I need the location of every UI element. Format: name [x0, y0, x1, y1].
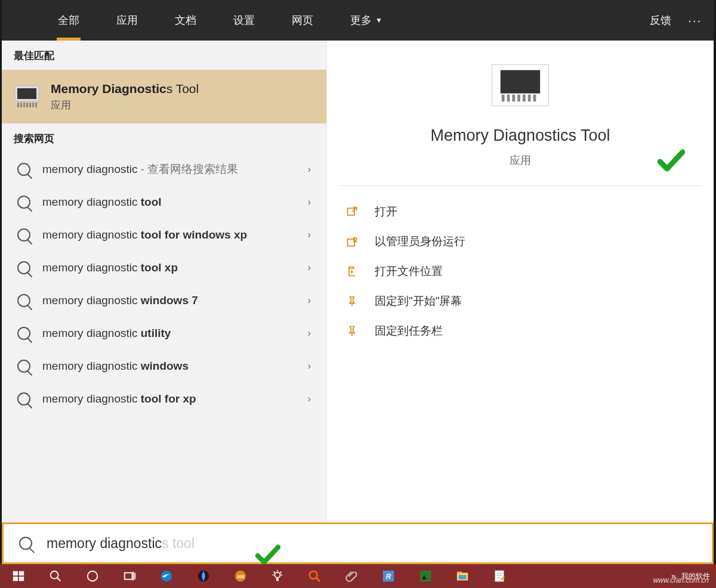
chevron-right-icon: ›	[308, 328, 311, 339]
svg-rect-24	[19, 571, 24, 575]
taskbar-tips-icon[interactable]	[259, 564, 296, 588]
chevron-right-icon: ›	[308, 230, 311, 240]
taskbar-magnifier-icon[interactable]	[296, 564, 333, 588]
pin-taskbar-icon	[345, 324, 359, 338]
preview-subtitle: 应用	[510, 153, 531, 168]
suggestion-row[interactable]: memory diagnostic windows 7›	[2, 284, 326, 317]
action-label: 固定到"开始"屏幕	[375, 293, 462, 309]
svg-rect-52	[495, 571, 504, 581]
search-icon	[17, 392, 30, 406]
suggestion-text: memory diagnostic tool for xp	[42, 391, 308, 407]
preview-title: Memory Diagnostics Tool	[430, 126, 610, 145]
svg-rect-4	[23, 103, 25, 107]
action-label: 以管理员身份运行	[375, 234, 465, 249]
tray-text[interactable]: 我的软件	[681, 571, 710, 581]
screen: 全部 应用 文档 设置 网页 更多 ▼ 反馈 ··· 最佳匹配	[0, 0, 716, 588]
suggestion-row[interactable]: memory diagnostic tool for windows xp›	[2, 218, 326, 251]
search-icon	[17, 163, 30, 176]
taskbar-edge-icon[interactable]	[148, 564, 185, 588]
suggestion-text: memory diagnostic windows 7	[42, 293, 308, 308]
svg-rect-9	[501, 70, 540, 94]
chevron-right-icon: ›	[308, 262, 311, 273]
search-input-bar[interactable]: memory diagnostics tool	[2, 522, 714, 564]
action-label: 固定到任务栏	[375, 323, 443, 339]
tab-settings[interactable]: 设置	[226, 0, 262, 41]
svg-rect-16	[533, 95, 536, 102]
search-icon	[17, 294, 30, 307]
suggestion-row[interactable]: memory diagnostic tool for xp›	[2, 382, 326, 415]
action-list: 打开以管理员身份运行打开文件位置固定到"开始"屏幕固定到任务栏	[327, 186, 714, 357]
svg-rect-23	[13, 571, 18, 575]
svg-rect-26	[19, 577, 24, 581]
action-pin-taskbar[interactable]: 固定到任务栏	[339, 316, 702, 346]
svg-rect-48	[420, 571, 431, 581]
suggestion-row[interactable]: memory diagnostic - 查看网络搜索结果›	[2, 153, 326, 185]
taskbar-image-icon[interactable]	[407, 564, 444, 588]
feedback-link[interactable]: 反馈	[650, 13, 671, 27]
action-label: 打开	[375, 204, 397, 219]
svg-rect-25	[13, 577, 18, 581]
search-icon	[17, 196, 30, 209]
suggestion-row[interactable]: memory diagnostic tool›	[2, 185, 326, 218]
taskbar-tray[interactable]: » 我的软件	[671, 571, 716, 581]
start-button[interactable]	[0, 564, 37, 588]
best-match-subtitle: 应用	[51, 98, 199, 112]
suggestion-row[interactable]: memory diagnostic windows›	[2, 349, 326, 382]
suggestion-text: memory diagnostic tool	[42, 194, 308, 210]
best-match-result[interactable]: Memory Diagnostics Tool 应用	[2, 70, 326, 123]
taskbar-revo-icon[interactable]: R	[370, 564, 407, 588]
tab-docs[interactable]: 文档	[168, 0, 203, 41]
more-options-button[interactable]: ···	[688, 14, 702, 27]
tab-web[interactable]: 网页	[285, 0, 320, 41]
suggestion-row[interactable]: memory diagnostic tool xp›	[2, 251, 326, 284]
svg-line-45	[316, 578, 320, 581]
chevron-right-icon: ›	[308, 361, 311, 372]
taskbar[interactable]: AN R » 我的软件	[0, 564, 716, 588]
svg-point-29	[88, 571, 98, 581]
action-folder[interactable]: 打开文件位置	[339, 256, 702, 286]
tray-overflow-icon[interactable]: »	[671, 572, 675, 580]
action-open[interactable]: 打开	[339, 197, 702, 227]
tab-apps[interactable]: 应用	[109, 0, 145, 41]
tabbar-right: 反馈 ···	[650, 0, 702, 41]
suggestion-text: memory diagnostic - 查看网络搜索结果	[42, 162, 308, 177]
search-tabbar: 全部 应用 文档 设置 网页 更多 ▼ 反馈 ···	[2, 0, 714, 41]
taskbar-browser-icon[interactable]	[185, 564, 222, 588]
search-panel: 全部 应用 文档 设置 网页 更多 ▼ 反馈 ··· 最佳匹配	[2, 0, 714, 565]
taskbar-notepad-icon[interactable]	[481, 564, 518, 588]
open-icon	[345, 205, 359, 219]
svg-line-28	[57, 578, 61, 581]
svg-rect-5	[26, 103, 28, 107]
cortana-button[interactable]	[74, 564, 111, 588]
search-input-text[interactable]: memory diagnostics tool	[47, 536, 195, 552]
svg-rect-13	[517, 95, 520, 102]
pin-start-icon	[345, 294, 359, 308]
taskbar-app-icon[interactable]: AN	[222, 564, 259, 588]
svg-rect-3	[20, 103, 22, 107]
chevron-right-icon: ›	[308, 164, 311, 175]
svg-rect-12	[512, 95, 515, 102]
action-admin[interactable]: 以管理员身份运行	[339, 227, 702, 256]
chevron-right-icon: ›	[308, 394, 311, 404]
results-column: 最佳匹配 Memory Diagnostics Tool 应用 搜索网	[2, 41, 327, 522]
svg-point-37	[274, 572, 280, 578]
svg-rect-20	[351, 270, 353, 273]
svg-rect-14	[523, 95, 526, 102]
action-pin-start[interactable]: 固定到"开始"屏幕	[339, 286, 702, 316]
memory-chip-icon	[492, 64, 549, 106]
task-view-button[interactable]	[111, 564, 148, 588]
taskbar-clip-icon[interactable]	[333, 564, 370, 588]
svg-line-42	[280, 572, 282, 573]
tab-more-label: 更多	[350, 13, 372, 27]
taskbar-explorer-icon[interactable]	[444, 564, 481, 588]
tab-all[interactable]: 全部	[51, 0, 87, 41]
svg-rect-2	[17, 103, 19, 107]
memory-chip-icon	[14, 83, 40, 110]
svg-text:R: R	[386, 572, 391, 581]
best-match-title: Memory Diagnostics Tool	[51, 82, 199, 96]
tab-more[interactable]: 更多 ▼	[343, 0, 390, 41]
search-button[interactable]	[37, 564, 74, 588]
suggestion-row[interactable]: memory diagnostic utility›	[2, 317, 326, 349]
action-label: 打开文件位置	[375, 264, 443, 279]
search-icon	[17, 327, 30, 340]
